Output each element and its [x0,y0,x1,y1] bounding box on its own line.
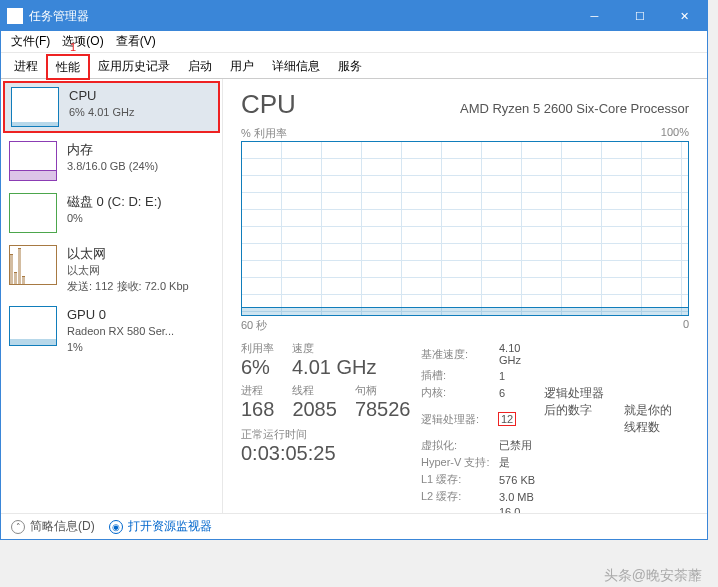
thread-label: 线程 [292,383,337,398]
stats-right: 基准速度:4.10 GHz 插槽:1逻辑处理器后的数字 内核:6 逻辑处理器:1… [421,341,689,513]
cores-value: 6 [499,384,544,401]
uptime-label: 正常运行时间 [241,427,421,442]
menu-file[interactable]: 文件(F) [5,31,56,52]
sidebar-eth-sub1: 以太网 [67,263,189,278]
sidebar: 2 CPU 6% 4.01 GHz 内存 3.8/16.0 GB (24%) 磁… [1,79,223,513]
menu-options[interactable]: 选项(O) [56,31,109,52]
proc-value: 168 [241,398,274,421]
watermark: 头条@晚安荼蘼 [604,567,702,585]
handle-label: 句柄 [355,383,411,398]
chart-xlabel: 60 秒 [241,318,267,333]
cpu-chart[interactable] [241,141,689,316]
sidebar-disk-title: 磁盘 0 (C: D: E:) [67,193,162,211]
app-icon [7,8,23,24]
virt-label: 虚拟化: [421,437,499,454]
tab-startup[interactable]: 启动 [179,54,221,78]
l1-value: 576 KB [499,471,544,488]
l3-value: 16.0 MB [499,505,544,513]
tabbar: 进程 性能 应用历史记录 启动 用户 详细信息 服务 1 [1,53,707,79]
chart-ymax: 100% [661,126,689,141]
tab-app-history[interactable]: 应用历史记录 [89,54,179,78]
disk-thumb-icon [9,193,57,233]
sidebar-eth-title: 以太网 [67,245,189,263]
l2-value: 3.0 MB [499,488,544,505]
sidebar-eth-sub2: 发送: 112 接收: 72.0 Kbp [67,279,189,294]
speed-label: 速度 [292,341,376,356]
proc-label: 进程 [241,383,274,398]
menu-view[interactable]: 查看(V) [110,31,162,52]
task-manager-window: 任务管理器 ─ ☐ ✕ 文件(F) 选项(O) 查看(V) 进程 性能 应用历史… [0,0,708,540]
base-speed-value: 4.10 GHz [499,341,544,367]
sidebar-item-gpu[interactable]: GPU 0 Radeon RX 580 Ser... 1% [1,300,222,361]
sidebar-gpu-sub2: 1% [67,340,174,355]
sidebar-gpu-sub1: Radeon RX 580 Ser... [67,324,174,339]
sockets-label: 插槽: [421,367,499,384]
hv-label: Hyper-V 支持: [421,454,499,471]
titlebar[interactable]: 任务管理器 ─ ☐ ✕ [1,1,707,31]
util-value: 6% [241,356,274,379]
sidebar-mem-title: 内存 [67,141,158,159]
l1-label: L1 缓存: [421,471,499,488]
stats: 利用率 6% 速度 4.01 GHz 进程 168 [241,341,689,513]
l3-label: L3 缓存: [421,505,499,513]
annotation-text-2: 就是你的线程数 [624,401,689,437]
cpu-model: AMD Ryzen 5 2600 Six-Core Processor [460,101,689,116]
sidebar-cpu-title: CPU [69,87,134,105]
chart-header: % 利用率 100% [241,126,689,141]
sidebar-cpu-sub: 6% 4.01 GHz [69,105,134,120]
tab-details[interactable]: 详细信息 [263,54,329,78]
footer: ˄简略信息(D) ◉打开资源监视器 [1,513,707,539]
brief-info-button[interactable]: ˄简略信息(D) [11,518,95,535]
lp-label: 逻辑处理器: [421,401,499,437]
sidebar-disk-sub: 0% [67,211,162,226]
stats-left: 利用率 6% 速度 4.01 GHz 进程 168 [241,341,421,513]
lp-value: 12 [499,413,515,425]
base-speed-label: 基准速度: [421,341,499,367]
page-title: CPU [241,89,296,120]
main-panel: CPU AMD Ryzen 5 2600 Six-Core Processor … [223,79,707,513]
minimize-button[interactable]: ─ [572,1,617,31]
ethernet-thumb-icon [9,245,57,285]
util-label: 利用率 [241,341,274,356]
uptime-value: 0:03:05:25 [241,442,421,465]
l2-label: L2 缓存: [421,488,499,505]
tab-users[interactable]: 用户 [221,54,263,78]
content: 2 CPU 6% 4.01 GHz 内存 3.8/16.0 GB (24%) 磁… [1,79,707,513]
speed-value: 4.01 GHz [292,356,376,379]
virt-value: 已禁用 [499,437,544,454]
window-controls: ─ ☐ ✕ [572,1,707,31]
chart-footer: 60 秒 0 [241,318,689,333]
sidebar-item-cpu[interactable]: 2 CPU 6% 4.01 GHz [3,81,220,133]
maximize-button[interactable]: ☐ [617,1,662,31]
handle-value: 78526 [355,398,411,421]
menubar: 文件(F) 选项(O) 查看(V) [1,31,707,53]
chart-ylabel: % 利用率 [241,126,287,141]
memory-thumb-icon [9,141,57,181]
annotation-text-1: 逻辑处理器后的数字 [544,367,624,437]
tab-processes[interactable]: 进程 [5,54,47,78]
sidebar-item-ethernet[interactable]: 以太网 以太网 发送: 112 接收: 72.0 Kbp [1,239,222,300]
chevron-up-icon: ˄ [11,520,25,534]
open-resmon-button[interactable]: ◉打开资源监视器 [109,518,212,535]
window-title: 任务管理器 [29,8,572,25]
tab-services[interactable]: 服务 [329,54,371,78]
annotation-2: 2 [214,79,220,81]
gpu-thumb-icon [9,306,57,346]
hv-value: 是 [499,454,544,471]
sidebar-item-disk[interactable]: 磁盘 0 (C: D: E:) 0% [1,187,222,239]
thread-value: 2085 [292,398,337,421]
annotation-1: 1 [70,41,76,53]
sidebar-text: CPU 6% 4.01 GHz [69,87,134,121]
monitor-icon: ◉ [109,520,123,534]
sidebar-mem-sub: 3.8/16.0 GB (24%) [67,159,158,174]
sidebar-gpu-title: GPU 0 [67,306,174,324]
cpu-thumb-icon [11,87,59,127]
sockets-value: 1 [499,367,544,384]
close-button[interactable]: ✕ [662,1,707,31]
tab-performance[interactable]: 性能 [47,55,89,79]
cores-label: 内核: [421,384,499,401]
chart-xmax: 0 [683,318,689,333]
main-header: CPU AMD Ryzen 5 2600 Six-Core Processor [241,89,689,120]
sidebar-item-memory[interactable]: 内存 3.8/16.0 GB (24%) [1,135,222,187]
